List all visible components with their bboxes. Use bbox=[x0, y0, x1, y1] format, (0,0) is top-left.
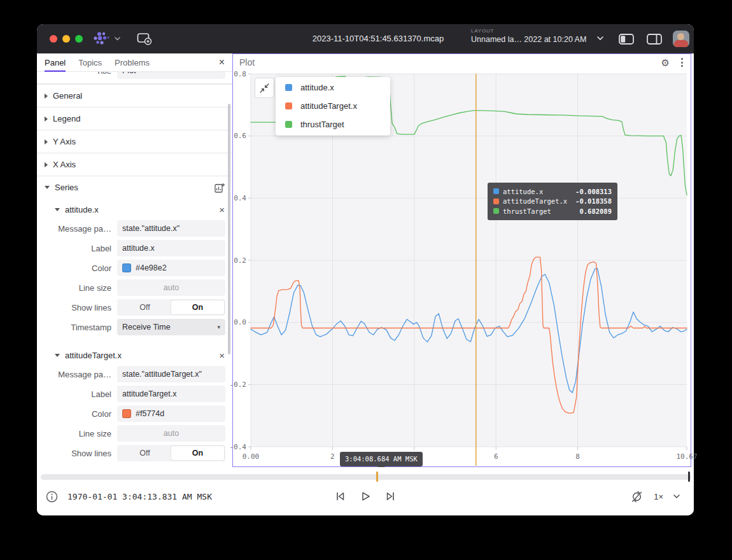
tab-topics[interactable]: Topics bbox=[78, 53, 102, 72]
color-input[interactable]: #f5774d bbox=[117, 405, 225, 422]
traffic-lights bbox=[50, 35, 83, 43]
section-series[interactable]: Series bbox=[37, 176, 232, 199]
show-lines-on-button[interactable]: On bbox=[171, 300, 224, 314]
svg-text:10.67: 10.67 bbox=[676, 452, 697, 461]
svg-text:-0.4: -0.4 bbox=[230, 443, 247, 451]
svg-text:8: 8 bbox=[575, 452, 580, 461]
field-row-message-path: Message pa… state."attitudeTarget.x" bbox=[37, 366, 232, 382]
message-path-input[interactable]: state."attitudeTarget.x" bbox=[117, 366, 225, 382]
legend-item-attitude-x[interactable]: attitude.x bbox=[276, 78, 390, 97]
field-row-label: Label attitude.x bbox=[37, 240, 232, 256]
seek-backward-icon[interactable] bbox=[334, 490, 346, 503]
label-input[interactable]: attitude.x bbox=[117, 240, 225, 256]
section-x-axis[interactable]: X Axis bbox=[37, 153, 232, 176]
screenshot-background: 2023-11-10T04:51:45.631370.mcap LAYOUT U… bbox=[0, 0, 732, 560]
chevron-right-icon bbox=[45, 139, 48, 144]
timestamp-dropdown[interactable]: Receive Time ▾ bbox=[117, 319, 225, 335]
plot-panel-header: Plot ⚙ bbox=[233, 54, 691, 71]
show-lines-off-button[interactable]: Off bbox=[118, 300, 171, 314]
field-row-line-size: Line size auto bbox=[37, 279, 232, 296]
speed-chevron-down-icon[interactable] bbox=[673, 494, 680, 499]
axis-time-tooltip: 3:04:08.684 AM MSK bbox=[340, 452, 423, 466]
field-row-color: Color #4e98e2 bbox=[37, 260, 232, 276]
field-row-show-lines: Show lines Off On bbox=[37, 299, 232, 316]
tooltip-row: attitudeTarget.x -0.018358 bbox=[493, 197, 612, 207]
play-button-icon[interactable] bbox=[359, 490, 372, 503]
label-input[interactable]: attitudeTarget.x bbox=[117, 386, 225, 402]
tab-problems[interactable]: Problems bbox=[115, 53, 150, 72]
collapse-legend-button[interactable] bbox=[255, 78, 274, 98]
show-lines-on-button[interactable]: On bbox=[171, 446, 224, 460]
playback-speed[interactable]: 1× bbox=[654, 492, 663, 501]
close-window-button[interactable] bbox=[50, 35, 57, 43]
scrub-track[interactable] bbox=[41, 474, 691, 480]
tooltip-swatch bbox=[493, 199, 499, 204]
chevron-down-icon bbox=[45, 186, 50, 189]
gear-icon[interactable]: ⚙ bbox=[661, 58, 670, 67]
avatar-head bbox=[677, 33, 684, 40]
field-row-show-lines: Show lines Off On bbox=[37, 445, 232, 461]
minimize-window-button[interactable] bbox=[62, 35, 70, 43]
window-title: 2023-11-10T04:51:45.631370.mcap bbox=[313, 24, 444, 53]
svg-text:0.8: 0.8 bbox=[234, 70, 246, 78]
kebab-menu-icon[interactable] bbox=[680, 57, 684, 68]
user-avatar[interactable] bbox=[673, 31, 689, 47]
legend-swatch bbox=[285, 102, 292, 109]
layout-name: Unnamed la… 2022 at 10:20 AM bbox=[471, 35, 596, 44]
chevron-right-icon bbox=[45, 116, 48, 122]
layout-chevron-down-icon[interactable] bbox=[597, 36, 603, 41]
color-swatch[interactable] bbox=[122, 409, 131, 418]
maximize-window-button[interactable] bbox=[75, 35, 83, 43]
svg-text:-0.2: -0.2 bbox=[230, 381, 247, 389]
chevron-right-icon bbox=[45, 162, 48, 167]
chart-area: 0.80.60.40.20.0-0.2-0.40.00246810.67 att… bbox=[233, 74, 691, 467]
legend-swatch bbox=[285, 84, 292, 91]
svg-text:0.2: 0.2 bbox=[234, 256, 246, 265]
line-size-input[interactable]: auto bbox=[117, 425, 225, 442]
sidebar-scrollbar[interactable] bbox=[228, 104, 230, 354]
sidebar-close-icon[interactable]: × bbox=[219, 57, 225, 67]
tab-panel[interactable]: Panel bbox=[45, 53, 66, 72]
chevron-down-icon bbox=[55, 354, 60, 357]
playback-bar: 1970-01-01 3:04:13.831 AM MSK bbox=[37, 467, 694, 515]
series-header-attitude-x[interactable]: attitude.x × bbox=[37, 199, 232, 220]
field-row-color: Color #f5774d bbox=[37, 405, 232, 422]
color-swatch[interactable] bbox=[122, 263, 131, 272]
remove-series-icon[interactable]: × bbox=[219, 350, 225, 361]
remove-series-icon[interactable]: × bbox=[219, 204, 225, 215]
section-general[interactable]: General bbox=[37, 84, 232, 107]
settings-scroll-area[interactable]: Title Plot General Legend Y Axis bbox=[37, 72, 232, 467]
add-panel-icon bbox=[137, 32, 152, 46]
legend-overlay: attitude.x attitudeTarget.x thrustTarget bbox=[276, 77, 390, 136]
svg-text:2: 2 bbox=[330, 452, 335, 461]
right-sidebar-toggle-icon[interactable] bbox=[647, 34, 662, 45]
add-series-icon[interactable] bbox=[215, 183, 225, 193]
title-field-input[interactable]: Plot bbox=[117, 72, 225, 79]
app-menu-button[interactable] bbox=[93, 32, 120, 46]
legend-item-thrust-target[interactable]: thrustTarget bbox=[276, 115, 390, 134]
foxglove-logo-icon bbox=[93, 32, 111, 46]
title-field-label: Title bbox=[43, 72, 117, 76]
svg-text:6: 6 bbox=[494, 452, 498, 461]
series-header-attitude-target-x[interactable]: attitudeTarget.x × bbox=[37, 344, 232, 366]
sidebar-tabbar: Panel Topics Problems × bbox=[37, 53, 232, 72]
loop-off-icon[interactable] bbox=[630, 490, 644, 503]
section-legend[interactable]: Legend bbox=[37, 107, 232, 130]
title-field-row: Title Plot bbox=[37, 72, 232, 84]
chart-hover-tooltip: attitude.x -0.008313 attitudeTarget.x -0… bbox=[488, 183, 617, 220]
message-path-input[interactable]: state."attitude.x" bbox=[117, 220, 225, 237]
tooltip-swatch bbox=[493, 208, 499, 214]
color-input[interactable]: #4e98e2 bbox=[117, 260, 225, 276]
legend-item-attitude-target-x[interactable]: attitudeTarget.x bbox=[276, 97, 390, 115]
line-size-input[interactable]: auto bbox=[117, 279, 225, 296]
layout-selector[interactable]: LAYOUT Unnamed la… 2022 at 10:20 AM bbox=[471, 28, 596, 44]
left-sidebar-toggle-icon[interactable] bbox=[619, 34, 634, 45]
add-panel-button[interactable] bbox=[137, 32, 152, 46]
chevron-down-icon bbox=[55, 208, 60, 211]
show-lines-off-button[interactable]: Off bbox=[118, 446, 171, 460]
scrub-playhead-marker[interactable] bbox=[376, 472, 378, 482]
svg-text:0.00: 0.00 bbox=[243, 452, 260, 461]
section-y-axis[interactable]: Y Axis bbox=[37, 130, 232, 153]
chevron-right-icon bbox=[45, 94, 48, 99]
seek-forward-icon[interactable] bbox=[384, 490, 397, 503]
